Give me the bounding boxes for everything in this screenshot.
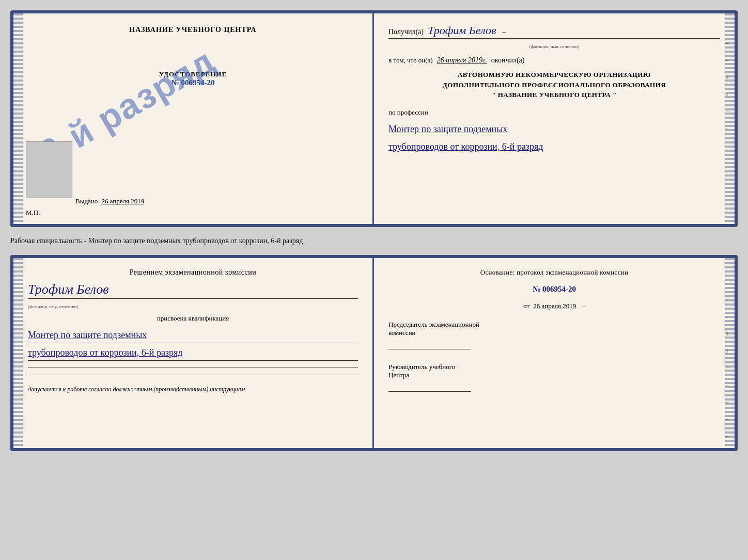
predsedatel-line2: комиссии [388,329,720,337]
vydano-date: 26 апреля 2019 [102,197,145,205]
predsedatel-block: Председатель экзаменационной комиссии [388,321,720,353]
recipient-name-top: Трофим Белов [428,24,496,37]
vydano-prefix: Выдано [75,197,98,205]
side-marks-bottom: – – – и а ← – – – – [725,279,731,440]
org-line1: АВТОНОМНУЮ НЕКОММЕРЧЕСКУЮ ОРГАНИЗАЦИЮ [388,70,720,80]
profession-line2-top: трубопроводов от коррозии, 6-й разряд [388,139,720,154]
separator2 [28,375,358,375]
predsedatel-signature-line [388,340,471,349]
prisvoena-line: присвоена квалификация [28,314,358,323]
profession-line2-bottom: трубопроводов от коррозии, 6-й разряд [28,345,358,361]
certificate-bottom: Решением экзаменационной комиссии Трофим… [10,255,738,451]
protocol-number: № 006954-20 [388,285,720,294]
protocol-date: от 26 апреля 2019 – [388,302,720,310]
vydano-line: Выдано 26 апреля 2019 [75,197,144,205]
udostoverenie-block: УДОСТОВЕРЕНИЕ № 006954-20 [159,70,227,87]
certificate-top: НАЗВАНИЕ УЧЕБНОГО ЦЕНТРА 6-й разряд УДОС… [10,10,738,227]
org-line2: ДОПОЛНИТЕЛЬНОГО ПРОФЕССИОНАЛЬНОГО ОБРАЗО… [388,80,720,90]
poluchil-label: Получил(а) [388,28,424,36]
rukovoditel-line1: Руководитель учебного [388,363,720,371]
side-marks-top: – – и а ← – [725,39,731,132]
protocol-date-value: 26 апреля 2019 [533,302,576,310]
dopuskaetsya-prefix: допускается к [28,386,66,393]
cert-bottom-right: Основание: протокол экзаменационной коми… [374,258,735,448]
vtom-prefix: в том, что он(а) [388,56,433,65]
profession-line1-bottom: Монтер по защите подземных [28,328,358,343]
rukovoditel-signature-line [388,382,471,392]
udostoverenie-number: № 006954-20 [159,78,227,87]
page-wrapper: НАЗВАНИЕ УЧЕБНОГО ЦЕНТРА 6-й разряд УДОС… [10,10,738,451]
poluchil-row: Получил(а) Трофим Белов – [388,24,720,39]
org-line3: " НАЗВАНИЕ УЧЕБНОГО ЦЕНТРА " [388,90,720,100]
vtom-row: в том, что он(а) 26 апреля 2019г. окончи… [388,56,720,65]
okончил-suffix: окончил(а) [491,56,525,65]
cert-title: НАЗВАНИЕ УЧЕБНОГО ЦЕНТРА [129,26,256,34]
dopuskaetsya-text: работе согласно должностным (производств… [67,386,245,393]
protocol-date-prefix: от [523,302,529,310]
poluchil-dash: – [502,28,506,36]
rukovoditel-line2: Центра [388,371,720,379]
org-block-top: АВТОНОМНУЮ НЕКОММЕРЧЕСКУЮ ОРГАНИЗАЦИЮ ДО… [388,70,720,100]
profession-line1-top: Монтер по защите подземных [388,122,720,137]
cert-left: НАЗВАНИЕ УЧЕБНОГО ЦЕНТРА 6-й разряд УДОС… [13,13,374,224]
middle-text: Рабочая специальность - Монтер по защите… [10,233,738,249]
recipient-caption-top: (фамилия, имя, отчество) [388,44,720,49]
bottom-left-title: Решением экзаменационной комиссии [28,268,358,277]
completion-date-top: 26 апреля 2019г. [437,56,487,65]
name-block-bottom: Трофим Белов [28,282,358,299]
predsedatel-line1: Председатель экзаменационной [388,321,720,329]
photo-placeholder [26,141,72,198]
cert-right: Получил(а) Трофим Белов – (фамилия, имя,… [374,13,735,224]
separator1 [28,367,358,367]
osnov-block: Основание: протокол экзаменационной коми… [388,268,720,277]
profession-lines-bottom: Монтер по защите подземных трубопроводов… [28,328,358,361]
name-handwritten-bottom: Трофим Белов [28,282,109,297]
dopuskaetsya-line: допускается к работе согласно должностны… [28,386,358,393]
udostoverenie-label: УДОСТОВЕРЕНИЕ [159,70,227,78]
rukovoditel-block: Руководитель учебного Центра [388,363,720,395]
protocol-dash: – [582,302,585,310]
mp-label: М.П. [26,209,40,217]
po-professii-label: по профессии [388,108,720,117]
cert-bottom-left: Решением экзаменационной комиссии Трофим… [13,258,374,448]
name-caption-bottom: (фамилия, имя, отчество) [28,304,358,309]
